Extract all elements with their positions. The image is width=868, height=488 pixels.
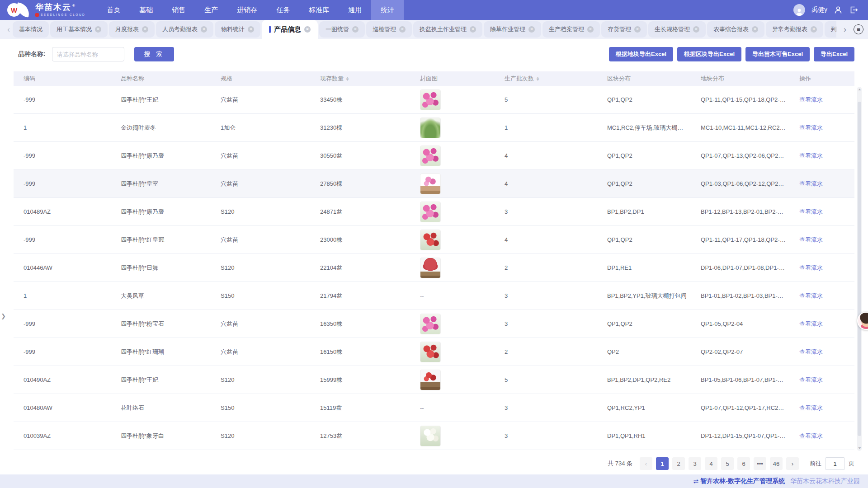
tab-arrival-log[interactable]: 到货日志×: [825, 21, 836, 38]
panel-expand-handle[interactable]: ❯: [0, 311, 7, 321]
tab-close-icon[interactable]: ×: [587, 26, 594, 33]
page-jump-input[interactable]: [825, 457, 845, 470]
tab-monthly-report[interactable]: 月度报表×: [109, 21, 155, 38]
nav-item-purchase-sale-stock[interactable]: 进销存: [227, 0, 267, 20]
sort-desc-icon[interactable]: ▼: [536, 79, 540, 81]
brand[interactable]: W 华苗木云® SEEDLINGS CLOUD: [0, 0, 97, 20]
column-header-quantity: 现存数量▲▼: [310, 75, 410, 83]
tab-material-stats[interactable]: 物料统计×: [215, 21, 260, 38]
view-flow-link[interactable]: 查看流水: [799, 236, 823, 243]
view-flow-link[interactable]: 查看流水: [799, 180, 823, 187]
page-button-1[interactable]: 1: [656, 457, 669, 470]
next-page-button[interactable]: ›: [786, 457, 799, 470]
nav-item-basic[interactable]: 基础: [130, 0, 162, 20]
tab-inspection-mgmt[interactable]: 巡检管理×: [366, 21, 412, 38]
tab-close-icon[interactable]: ×: [470, 26, 476, 33]
logout-icon[interactable]: [849, 5, 858, 14]
page-button-4[interactable]: 4: [705, 457, 717, 470]
view-flow-link[interactable]: 查看流水: [799, 376, 823, 383]
scroll-down-icon[interactable]: ▼: [857, 446, 862, 450]
nav-item-statistics[interactable]: 统计: [371, 0, 404, 20]
page-button-5[interactable]: 5: [721, 457, 734, 470]
page-button-2[interactable]: 2: [672, 457, 685, 470]
sort-icons[interactable]: ▲▼: [536, 76, 539, 81]
view-flow-link[interactable]: 查看流水: [799, 348, 823, 355]
view-flow-link[interactable]: 查看流水: [799, 432, 823, 439]
cover-empty: --: [420, 292, 424, 299]
tab-close-icon[interactable]: ×: [811, 26, 817, 33]
cell-variety-name: 花叶络石: [111, 404, 211, 412]
export-by-block-button[interactable]: 根据区块导出Excel: [677, 47, 741, 61]
export-excel-button[interactable]: 导出Excel: [814, 47, 854, 61]
profile-icon[interactable]: [834, 5, 843, 14]
view-flow-link[interactable]: 查看流水: [799, 264, 823, 271]
tab-close-icon[interactable]: ×: [752, 26, 758, 33]
tab-production-archive[interactable]: 生产档案管理×: [542, 21, 600, 38]
cell-batch-count: 3: [495, 404, 597, 411]
cell-spec: S120: [211, 264, 310, 271]
nav-item-production[interactable]: 生产: [195, 0, 227, 20]
nav-item-common[interactable]: 通用: [339, 0, 371, 20]
page-button-3[interactable]: 3: [689, 457, 701, 470]
tabs-scroll-left-icon[interactable]: ‹: [5, 25, 13, 34]
view-flow-link[interactable]: 查看流水: [799, 124, 823, 131]
cell-action: 查看流水: [789, 180, 854, 188]
nav-item-sales[interactable]: 销售: [162, 0, 195, 20]
tab-basic-info[interactable]: 基本情况: [13, 21, 49, 38]
footer-system-name: 智卉农林-数字化生产管理系统: [700, 477, 785, 485]
sort-icons[interactable]: ▲▼: [346, 76, 349, 81]
tab-growth-spec-mgmt[interactable]: 生长规格管理×: [648, 21, 706, 38]
tab-labor-basic-info[interactable]: 用工基本情况×: [50, 21, 108, 38]
table-row: 010490AZ四季杜鹃*王妃S12015999株5BP1,BP2,DP1,QP…: [14, 366, 854, 394]
table-scrollbar[interactable]: ▲ ▼: [857, 87, 862, 451]
export-sellable-button[interactable]: 导出苗木可售Excel: [745, 47, 810, 61]
tab-close-icon[interactable]: ×: [399, 26, 406, 33]
tab-close-icon[interactable]: ×: [634, 26, 641, 33]
tab-close-icon[interactable]: ×: [95, 26, 101, 33]
tab-abnormal-attendance-report[interactable]: 异常考勤报表×: [766, 21, 823, 38]
tab-overview-map[interactable]: 一图统管×: [319, 21, 365, 38]
tab-close-icon[interactable]: ×: [248, 26, 254, 33]
export-by-plot-button[interactable]: 根据地块导出Excel: [609, 47, 673, 61]
nav-item-tasks[interactable]: 任务: [267, 0, 299, 20]
view-flow-link[interactable]: 查看流水: [799, 96, 823, 103]
tabs-scroll-right-icon[interactable]: ›: [841, 25, 849, 34]
tab-stock-mgmt[interactable]: 存货管理×: [601, 21, 647, 38]
page-button-6[interactable]: 6: [737, 457, 750, 470]
tab-agri-comprehensive-report[interactable]: 农事综合报表×: [707, 21, 764, 38]
tab-close-icon[interactable]: ×: [528, 26, 535, 33]
tabs-menu-icon[interactable]: ≡: [854, 24, 863, 34]
sort-desc-icon[interactable]: ▼: [345, 79, 349, 81]
cell-spec: 穴盆苗: [211, 180, 310, 188]
view-flow-link[interactable]: 查看流水: [799, 292, 823, 299]
tab-repot-soil-mgmt[interactable]: 换盆换土作业管理×: [413, 21, 482, 38]
footer: ⇌ 智卉农林-数字化生产管理系统 华苗木云花木科技产业园: [0, 474, 868, 488]
prev-page-button[interactable]: ‹: [640, 457, 652, 470]
tab-close-icon[interactable]: ×: [352, 26, 359, 33]
search-button[interactable]: 搜 索: [134, 47, 174, 61]
nav-item-standard-library[interactable]: 标准库: [299, 0, 339, 20]
table-row: 010480AW花叶络石S15015119盆--3QP1,RC2,YP1QP1-…: [14, 394, 854, 422]
tab-close-icon[interactable]: ×: [693, 26, 699, 33]
scroll-up-icon[interactable]: ▲: [857, 88, 862, 91]
tab-close-icon[interactable]: ×: [142, 26, 148, 33]
page-button-46[interactable]: 46: [770, 457, 783, 470]
tab-close-icon[interactable]: ×: [201, 26, 207, 33]
variety-name-label: 品种名称:: [18, 50, 46, 58]
view-flow-link[interactable]: 查看流水: [799, 320, 823, 327]
tab-attendance-report[interactable]: 人员考勤报表×: [156, 21, 213, 38]
tab-close-icon[interactable]: ×: [304, 26, 311, 33]
tab-product-info[interactable]: 产品信息×: [262, 20, 318, 39]
nav-item-home[interactable]: 首页: [97, 0, 130, 20]
tab-label: 农事综合报表: [713, 25, 749, 33]
tab-label: 巡检管理: [373, 25, 396, 33]
more-pages-button[interactable]: •••: [754, 457, 766, 470]
view-flow-link[interactable]: 查看流水: [799, 152, 823, 159]
table-row: 010039AZ四季杜鹃*象牙白S12012753盆3DP1,QP1,RH1DP…: [14, 422, 854, 450]
tab-weeding-mgmt[interactable]: 除草作业管理×: [484, 21, 541, 38]
view-flow-link[interactable]: 查看流水: [799, 404, 823, 411]
view-flow-link[interactable]: 查看流水: [799, 208, 823, 215]
user-avatar[interactable]: [793, 4, 805, 16]
scrollbar-thumb[interactable]: [858, 102, 861, 436]
variety-name-input[interactable]: [52, 47, 124, 61]
